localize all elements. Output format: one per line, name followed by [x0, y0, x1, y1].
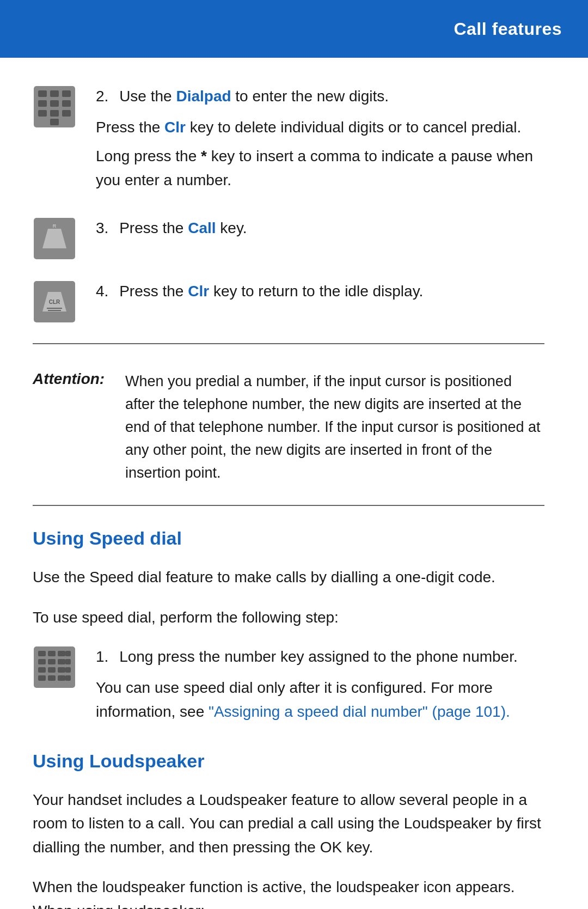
svg-rect-33 [48, 675, 56, 681]
speed-dial-step-1-sub: You can use speed dial only after it is … [96, 676, 544, 723]
star-key: * [201, 148, 207, 164]
step-2-text-after: to enter the new digits. [231, 88, 389, 105]
speed-dial-step-1-row: 1. Long press the number key assigned to… [33, 645, 544, 729]
speed-dial-intro: Use the Speed dial feature to make calls… [33, 565, 544, 589]
speed-dial-step-1-main: 1. Long press the number key assigned to… [96, 645, 544, 668]
speed-dial-heading: Using Speed dial [33, 528, 544, 549]
svg-rect-5 [50, 100, 59, 107]
attention-box: Attention: When you predial a number, if… [33, 361, 544, 494]
main-content: 2. Use the Dialpad to enter the new digi… [0, 58, 588, 909]
step-4-content: 4. Press the Clr key to return to the id… [96, 280, 544, 310]
step-2-sub1: Press the Clr key to delete individual d… [96, 115, 544, 139]
svg-rect-31 [65, 667, 71, 673]
svg-rect-10 [50, 119, 59, 125]
dialpad-icon [33, 85, 76, 129]
step-2-number: 2. [96, 88, 108, 105]
speed-dial-link[interactable]: "Assigning a speed dial number" (page 10… [209, 703, 510, 720]
svg-rect-21 [48, 651, 56, 656]
step-2-sub2: Long press the * key to insert a comma t… [96, 144, 544, 192]
step-2-content: 2. Use the Dialpad to enter the new digi… [96, 85, 544, 197]
step-2-text-before: Use the [119, 88, 176, 105]
divider-bottom [33, 505, 544, 506]
svg-rect-26 [58, 659, 65, 664]
svg-rect-2 [50, 90, 59, 97]
svg-rect-30 [58, 667, 65, 673]
loudspeaker-para1: Your handset includes a Loudspeaker feat… [33, 788, 544, 859]
step-3-main: 3. Press the Call key. [96, 217, 544, 240]
attention-text: When you predial a number, if the input … [125, 370, 544, 484]
step-4-main: 4. Press the Clr key to return to the id… [96, 280, 544, 303]
call-key-icon: R [33, 217, 76, 260]
svg-rect-4 [38, 100, 47, 107]
svg-rect-34 [58, 675, 65, 681]
speed-dial-instruction: To use speed dial, perform the following… [33, 606, 544, 629]
svg-text:CLR: CLR [49, 299, 60, 305]
step-3-row: R 3. Press the Call key. [33, 217, 544, 260]
svg-rect-32 [38, 675, 46, 681]
svg-rect-29 [48, 667, 56, 673]
svg-rect-1 [38, 90, 47, 97]
svg-rect-23 [65, 651, 71, 656]
svg-rect-20 [38, 651, 46, 656]
svg-text:R: R [53, 223, 57, 229]
clr-link-2[interactable]: Clr [188, 283, 209, 300]
svg-rect-3 [62, 90, 71, 97]
clr-link-1[interactable]: Clr [164, 119, 186, 136]
step-4-number: 4. [96, 283, 108, 300]
svg-rect-7 [38, 110, 47, 117]
step-3-content: 3. Press the Call key. [96, 217, 544, 247]
svg-rect-8 [50, 110, 59, 117]
svg-rect-22 [58, 651, 65, 656]
number-key-icon [33, 645, 76, 689]
clr-key-icon: CLR [33, 280, 76, 324]
step-3-number: 3. [96, 219, 108, 236]
svg-rect-6 [62, 100, 71, 107]
svg-rect-25 [48, 659, 56, 664]
divider-top [33, 343, 544, 344]
svg-rect-28 [38, 667, 46, 673]
svg-rect-27 [65, 659, 71, 664]
svg-rect-35 [65, 675, 71, 681]
page-title: Call features [454, 19, 562, 39]
call-link[interactable]: Call [188, 219, 216, 236]
step-2-row: 2. Use the Dialpad to enter the new digi… [33, 85, 544, 197]
attention-label: Attention: [33, 370, 114, 388]
loudspeaker-para2: When the loudspeaker function is active,… [33, 875, 544, 909]
svg-rect-24 [38, 659, 46, 664]
speed-dial-step-1-content: 1. Long press the number key assigned to… [96, 645, 544, 729]
step-2-main: 2. Use the Dialpad to enter the new digi… [96, 85, 544, 108]
loudspeaker-heading: Using Loudspeaker [33, 751, 544, 772]
dialpad-link[interactable]: Dialpad [176, 88, 231, 105]
header-bar: Call features [0, 0, 588, 58]
step-4-row: CLR 4. Press the Clr key to return to th… [33, 280, 544, 324]
svg-rect-9 [62, 110, 71, 117]
